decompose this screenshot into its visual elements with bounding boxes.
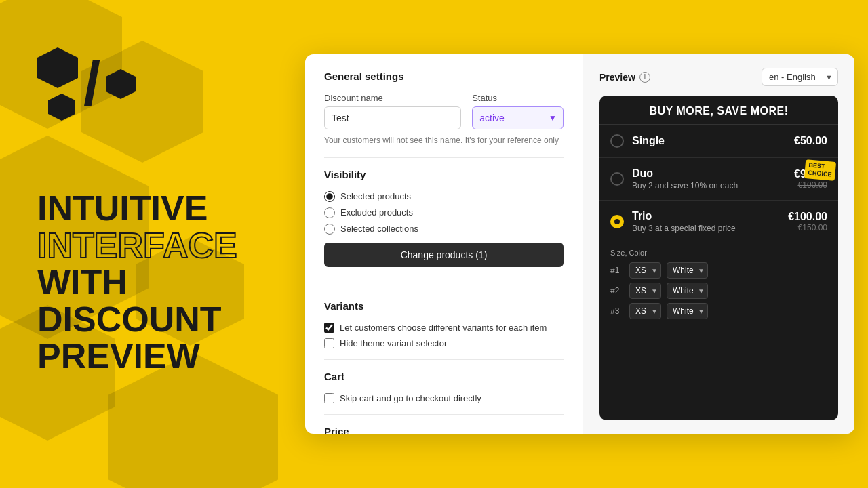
variants-hide-label: Hide theme variant selector <box>340 338 447 348</box>
trio-variants-section: Size, Color #1 XSSML ▼ WhiteBlackRed <box>599 243 838 331</box>
variant-color-select-2[interactable]: WhiteBlackRed <box>667 283 708 299</box>
language-select[interactable]: en - English fr - French de - German <box>762 68 838 86</box>
cart-checkbox-group: Skip cart and go to checkout directly <box>324 393 564 403</box>
percent-logo: / <box>37 47 136 121</box>
preview-info-icon[interactable]: i <box>639 72 650 83</box>
product-radio-trio <box>610 215 624 228</box>
visibility-radio-selected[interactable] <box>324 191 335 202</box>
variants-hide-checkbox[interactable] <box>324 338 334 348</box>
variants-checkbox-group: Let customers choose different variants … <box>324 323 564 348</box>
product-name-single: Single <box>632 135 794 147</box>
product-row-single[interactable]: Single €50.00 <box>599 125 838 158</box>
headline-line5: PREVIEW <box>37 338 302 375</box>
variants-different-checkbox-item[interactable]: Let customers choose different variants … <box>324 323 564 333</box>
product-info-trio: Trio Buy 3 at a special fixed price <box>632 210 788 233</box>
hex-dot-bottom <box>48 94 75 121</box>
variant-size-select-2[interactable]: XSSML <box>629 283 661 299</box>
visibility-radio-excluded[interactable] <box>324 207 335 218</box>
main-panel: General settings Discount name Status ac… <box>305 54 854 434</box>
preview-pane: Preview i en - English fr - French de - … <box>583 54 854 434</box>
preview-label: Preview <box>599 72 635 83</box>
hex-dot-right <box>106 69 136 99</box>
hex-dot-top <box>37 47 78 88</box>
variant-size-select-1[interactable]: XSSML <box>629 262 661 279</box>
variants-hide-checkbox-item[interactable]: Hide theme variant selector <box>324 338 564 348</box>
percent-left-dots <box>37 47 78 121</box>
discount-name-hint: Your customers will not see this name. I… <box>324 135 564 146</box>
visibility-selected-collections[interactable]: Selected collections <box>324 224 564 235</box>
headline-line3: WITH <box>37 264 302 301</box>
variant-row-1: #1 XSSML ▼ WhiteBlackRed ▼ <box>610 262 827 279</box>
general-settings-title: General settings <box>324 70 564 82</box>
variant-size-wrap-1: XSSML ▼ <box>629 262 661 279</box>
variant-num-2: #2 <box>610 286 624 296</box>
settings-pane: General settings Discount name Status ac… <box>305 54 583 434</box>
headline-line4: DISCOUNT <box>37 301 302 338</box>
cart-title: Cart <box>324 371 564 382</box>
variants-title: Variants <box>324 300 564 312</box>
visibility-radio-collections[interactable] <box>324 224 335 235</box>
status-select-wrap: active inactive draft ▼ <box>472 106 564 129</box>
variant-size-select-3[interactable]: XSSML <box>629 303 661 319</box>
left-marketing-text: INTUITIVE INTERFACE WITH DISCOUNT PREVIE… <box>37 190 302 375</box>
variant-color-wrap-1: WhiteBlackRed ▼ <box>667 262 708 279</box>
product-price-trio: €100.00 €150.00 <box>788 211 827 232</box>
product-desc-duo: Buy 2 and save 10% on each <box>632 181 794 190</box>
variants-attrs-label: Size, Color <box>610 249 827 257</box>
variant-size-wrap-2: XSSML ▼ <box>629 283 661 299</box>
discount-name-input[interactable] <box>324 106 461 129</box>
product-row-trio[interactable]: Trio Buy 3 at a special fixed price €100… <box>599 201 838 243</box>
product-desc-trio: Buy 3 at a special fixed price <box>632 224 788 233</box>
variants-different-label: Let customers choose different variants … <box>340 323 547 333</box>
best-choice-badge: BESTCHOICE <box>804 159 836 180</box>
visibility-selected-label: Selected products <box>340 191 411 201</box>
product-radio-duo <box>610 172 624 186</box>
status-label: Status <box>472 93 564 103</box>
visibility-excluded-products[interactable]: Excluded products <box>324 207 564 218</box>
product-price-single-current: €50.00 <box>794 135 827 146</box>
cart-skip-label: Skip cart and go to checkout directly <box>340 393 481 403</box>
preview-header: Preview i en - English fr - French de - … <box>599 68 838 86</box>
visibility-excluded-label: Excluded products <box>340 207 413 218</box>
variant-num-1: #1 <box>610 266 624 275</box>
language-select-wrap: en - English fr - French de - German ▼ <box>762 68 838 86</box>
variant-row-3: #3 XSSML ▼ WhiteBlackRed ▼ <box>610 303 827 319</box>
visibility-radio-group: Selected products Excluded products Sele… <box>324 191 564 235</box>
widget-heading-section: BUY MORE, SAVE MORE! <box>599 96 838 125</box>
variant-size-wrap-3: XSSML ▼ <box>629 303 661 319</box>
variant-color-select-3[interactable]: WhiteBlackRed <box>667 303 708 319</box>
product-info-duo: Duo Buy 2 and save 10% on each <box>632 167 794 190</box>
product-radio-single <box>610 134 624 148</box>
product-row-duo[interactable]: Duo Buy 2 and save 10% on each €90.00 €1… <box>599 158 838 201</box>
discount-name-label: Discount name <box>324 93 461 103</box>
product-name-duo: Duo <box>632 167 794 180</box>
change-products-button[interactable]: Change products (1) <box>324 243 564 267</box>
variant-row-2: #2 XSSML ▼ WhiteBlackRed ▼ <box>610 283 827 299</box>
product-price-trio-current: €100.00 <box>788 211 827 222</box>
variant-color-wrap-2: WhiteBlackRed ▼ <box>667 283 708 299</box>
headline-line1: INTUITIVE <box>37 190 302 227</box>
price-title: Price <box>324 426 564 434</box>
preview-title-group: Preview i <box>599 72 650 83</box>
divider-3 <box>324 359 564 360</box>
percent-slash: / <box>83 54 100 115</box>
visibility-selected-products[interactable]: Selected products <box>324 191 564 202</box>
cart-skip-checkbox-item[interactable]: Skip cart and go to checkout directly <box>324 393 564 403</box>
variant-color-select-1[interactable]: WhiteBlackRed <box>667 262 708 279</box>
visibility-title: Visibility <box>324 169 564 180</box>
product-price-duo-original: €100.00 <box>794 180 827 190</box>
product-info-single: Single <box>632 135 794 147</box>
status-field: Status active inactive draft ▼ <box>472 93 564 129</box>
visibility-collections-label: Selected collections <box>340 224 418 234</box>
status-select[interactable]: active inactive draft <box>472 106 564 129</box>
product-price-trio-original: €150.00 <box>788 223 827 232</box>
widget-heading-text: BUY MORE, SAVE MORE! <box>650 105 789 117</box>
headline-line2: INTERFACE <box>37 227 302 264</box>
divider-4 <box>324 414 564 415</box>
product-price-single: €50.00 <box>794 135 827 147</box>
cart-skip-checkbox[interactable] <box>324 393 334 403</box>
name-status-group: Discount name Status active inactive dra… <box>324 93 564 129</box>
variants-different-checkbox[interactable] <box>324 323 334 333</box>
percent-right-dot <box>106 69 136 99</box>
product-name-trio: Trio <box>632 210 788 222</box>
